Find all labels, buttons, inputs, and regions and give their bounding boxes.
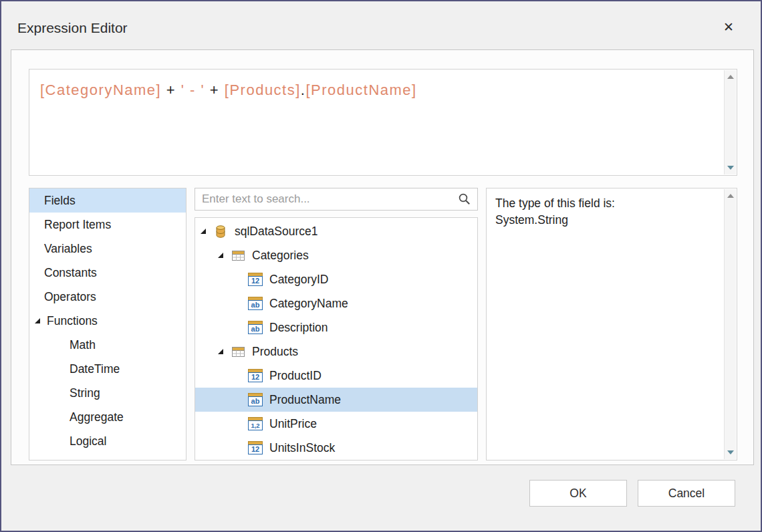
dialog-title: Expression Editor <box>17 20 128 36</box>
scroll-down-icon[interactable] <box>727 450 734 454</box>
category-item-aggregate[interactable]: Aggregate <box>29 405 186 429</box>
cancel-button[interactable]: Cancel <box>638 480 735 507</box>
expanded-triangle-icon <box>235 421 247 426</box>
expanded-triangle-icon <box>235 445 247 450</box>
table-icon <box>230 347 246 357</box>
search-box[interactable] <box>195 188 478 211</box>
expression-input[interactable]: [CategoryName] + ' - ' + [Products].[Pro… <box>29 69 737 176</box>
expanded-triangle-icon <box>235 397 247 402</box>
category-item-operators[interactable]: Operators <box>29 285 186 309</box>
tree-node-label: sqlDataSource1 <box>235 225 318 239</box>
integer-icon: 12 <box>247 441 263 454</box>
expression-token-field: [CategoryName] <box>40 82 161 98</box>
expanded-triangle-icon[interactable] <box>218 349 230 354</box>
category-item-report-items[interactable]: Report Items <box>29 213 186 237</box>
table-icon <box>230 251 246 261</box>
category-item-label: Logical <box>70 434 106 448</box>
category-item-math[interactable]: Math <box>29 333 186 357</box>
category-item-label: String <box>70 386 100 400</box>
tree-node-categoryname[interactable]: abCategoryName <box>195 291 477 315</box>
scroll-up-icon[interactable] <box>727 194 734 198</box>
info-panel: The type of this field is: System.String <box>486 188 737 460</box>
tree-node-unitprice[interactable]: 1,2UnitPrice <box>195 412 477 436</box>
tree-node-label: CategoryID <box>269 273 329 287</box>
editor-body: [CategoryName] + ' - ' + [Products].[Pro… <box>11 49 754 465</box>
tree-node-label: Description <box>269 321 328 335</box>
close-icon[interactable]: ✕ <box>723 21 734 33</box>
tree-node-products[interactable]: Products <box>195 340 477 364</box>
category-list: FieldsReport ItemsVariablesConstantsOper… <box>29 188 186 460</box>
category-item-datetime[interactable]: DateTime <box>29 357 186 381</box>
text-icon: ab <box>247 393 263 406</box>
tree-node-productname[interactable]: abProductName <box>195 388 477 412</box>
tree-node-label: UnitPrice <box>269 417 317 431</box>
tree-node-unitsinstock[interactable]: 12UnitsInStock <box>195 436 477 460</box>
category-item-label: DateTime <box>70 362 120 376</box>
text-icon: ab <box>247 321 263 334</box>
category-item-functions[interactable]: Functions <box>29 309 186 333</box>
tree-node-categoryid[interactable]: 12CategoryID <box>195 267 477 291</box>
expanded-triangle-icon[interactable] <box>35 318 47 323</box>
category-item-logical[interactable]: Logical <box>29 429 186 453</box>
category-item-label: Variables <box>44 242 92 256</box>
category-item-label: Constants <box>44 266 97 280</box>
ok-button[interactable]: OK <box>529 480 627 507</box>
category-item-label: Functions <box>47 314 98 328</box>
tree-node-label: UnitsInStock <box>269 441 335 455</box>
category-item-string[interactable]: String <box>29 381 186 405</box>
info-line-1: The type of this field is: <box>495 195 714 212</box>
integer-icon: 12 <box>247 369 263 382</box>
category-item-label: Report Items <box>44 218 111 232</box>
tree-node-label: ProductID <box>269 369 322 383</box>
tree-node-label: Products <box>252 345 298 359</box>
expanded-triangle-icon[interactable] <box>201 229 213 234</box>
expression-text: [CategoryName] + ' - ' + [Products].[Pro… <box>40 81 714 100</box>
text-icon: ab <box>247 297 263 310</box>
field-type-description: The type of this field is: System.String <box>495 195 714 229</box>
category-item-constants[interactable]: Constants <box>29 261 186 285</box>
expanded-triangle-icon <box>235 325 247 330</box>
database-icon <box>213 225 229 238</box>
info-line-2: System.String <box>495 212 714 229</box>
expression-token-field: [Products] <box>225 82 301 98</box>
tree-node-sqldatasource1[interactable]: sqlDataSource1 <box>195 219 477 243</box>
category-item-label: Operators <box>44 290 96 304</box>
category-item-label: Aggregate <box>70 410 124 424</box>
decimal-icon: 1,2 <box>247 417 263 430</box>
category-item-label: Fields <box>44 194 76 208</box>
category-item-fields[interactable]: Fields <box>29 188 186 213</box>
scroll-down-icon[interactable] <box>727 166 734 170</box>
tree-node-label: ProductName <box>269 393 341 407</box>
expanded-triangle-icon <box>235 301 247 306</box>
tree-node-description[interactable]: abDescription <box>195 315 477 340</box>
expanded-triangle-icon <box>235 373 247 378</box>
expression-token-string: ' - ' <box>181 82 205 98</box>
category-item-variables[interactable]: Variables <box>29 237 186 261</box>
expression-token-field: [ProductName] <box>305 82 416 98</box>
category-item-label: Math <box>70 338 96 352</box>
integer-icon: 12 <box>247 273 263 286</box>
expanded-triangle-icon[interactable] <box>218 253 230 258</box>
field-tree: sqlDataSource1Categories12CategoryIDabCa… <box>195 217 478 460</box>
expanded-triangle-icon <box>235 277 247 282</box>
info-scrollbar[interactable] <box>724 189 736 459</box>
tree-node-label: CategoryName <box>269 297 348 311</box>
search-icon[interactable] <box>458 192 471 206</box>
search-input[interactable] <box>195 192 458 206</box>
expression-token-operator: + <box>205 82 225 98</box>
scroll-up-icon[interactable] <box>727 75 734 79</box>
tree-node-productid[interactable]: 12ProductID <box>195 364 477 388</box>
tree-node-label: Categories <box>252 249 309 263</box>
tree-node-categories[interactable]: Categories <box>195 243 477 267</box>
expression-token-operator: + <box>161 82 181 98</box>
expression-editor-dialog: Expression Editor ✕ [CategoryName] + ' -… <box>0 0 762 532</box>
expression-scrollbar[interactable] <box>724 70 736 174</box>
